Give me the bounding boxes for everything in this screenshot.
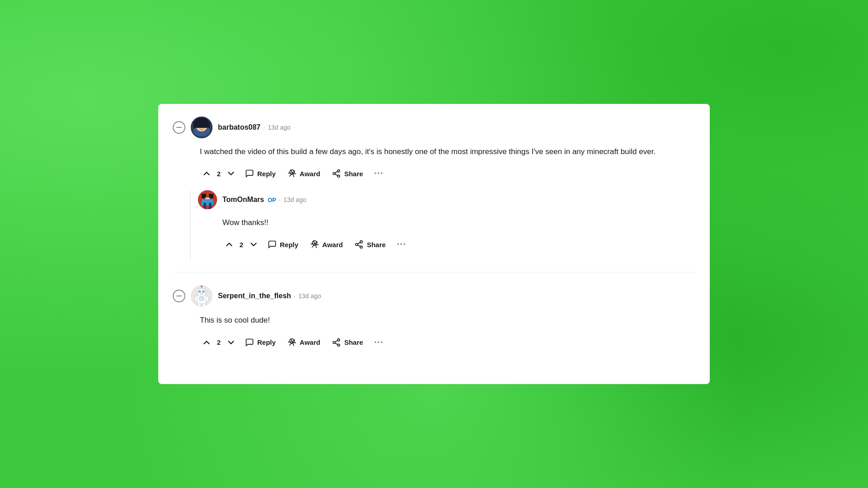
comment-block-1: barbatos087 · 13d ago I watched the vide…	[158, 104, 710, 261]
reply-award-button-1[interactable]: Award	[306, 237, 348, 252]
dot-2: ·	[294, 292, 296, 300]
svg-rect-39	[206, 296, 208, 301]
reply-share-button-1[interactable]: Share	[350, 237, 390, 252]
downvote-button-2[interactable]	[224, 336, 238, 349]
reply-award-label-1: Award	[322, 241, 343, 249]
upvote-button-1[interactable]	[200, 167, 213, 180]
username-1[interactable]: barbatos087	[218, 123, 260, 131]
comment-text-2: This is so cool dude!	[200, 314, 695, 326]
timestamp-1: 13d ago	[268, 124, 291, 131]
reply-block-1: TomOnMars OP · 13d ago Wow thanks!!	[198, 190, 695, 261]
svg-point-6	[198, 125, 201, 127]
svg-rect-18	[202, 199, 213, 206]
reply-button-1[interactable]: Reply	[241, 166, 280, 181]
more-options-button-1[interactable]: ···	[370, 166, 387, 181]
username-2[interactable]: Serpent_in_the_flesh	[218, 292, 291, 300]
svg-rect-17	[205, 197, 210, 199]
comment-header-2: Serpent_in_the_flesh · 13d ago	[173, 285, 695, 307]
award-label-1: Award	[300, 170, 321, 178]
svg-point-37	[201, 286, 203, 287]
reply-body-1: Wow thanks!! 2	[222, 216, 695, 252]
comment-actions-2: 2 Reply Award	[200, 335, 695, 350]
share-label-1: Share	[344, 170, 363, 178]
vote-count-1: 2	[216, 170, 222, 178]
comment-meta-2: Serpent_in_the_flesh · 13d ago	[218, 292, 321, 300]
reply-label-2: Reply	[257, 338, 276, 346]
svg-line-47	[335, 343, 338, 344]
svg-rect-42	[199, 297, 204, 300]
comments-panel: barbatos087 · 13d ago I watched the vide…	[158, 104, 710, 384]
reply-upvote-button-1[interactable]	[222, 238, 236, 251]
award-button-2[interactable]: Award	[283, 335, 325, 350]
reply-reply-label-1: Reply	[280, 241, 298, 249]
svg-rect-31	[198, 289, 205, 296]
vote-count-2: 2	[216, 338, 222, 346]
svg-rect-38	[195, 296, 198, 301]
reply-username-1[interactable]: TomOnMars	[222, 196, 264, 204]
reply-label-1: Reply	[257, 170, 276, 178]
comment-block-2: Serpent_in_the_flesh · 13d ago This is s…	[158, 272, 710, 350]
more-options-button-2[interactable]: ···	[370, 335, 387, 350]
award-button-1[interactable]: Award	[283, 166, 325, 181]
svg-line-12	[335, 174, 338, 175]
reply-actions-1: 2 Reply	[222, 237, 695, 252]
award-label-2: Award	[300, 338, 321, 346]
dot-1: ·	[263, 124, 265, 131]
avatar-barbatos087	[191, 117, 212, 138]
svg-line-26	[358, 243, 361, 244]
comment-meta-1: barbatos087 · 13d ago	[218, 123, 291, 131]
svg-point-7	[203, 125, 205, 127]
svg-line-48	[335, 340, 338, 342]
downvote-button-1[interactable]	[224, 167, 238, 180]
timestamp-2: 13d ago	[298, 292, 321, 300]
reply-reply-button-1[interactable]: Reply	[263, 237, 303, 252]
collapse-button-1[interactable]	[173, 121, 185, 134]
comment-actions-1: 2 Reply	[200, 166, 695, 181]
svg-rect-40	[198, 303, 201, 307]
share-button-2[interactable]: Share	[327, 335, 368, 350]
reply-more-options-1[interactable]: ···	[393, 237, 410, 252]
comment-body-2: This is so cool dude! 2	[200, 314, 695, 350]
svg-line-25	[358, 245, 361, 247]
reply-timestamp-1: 13d ago	[283, 196, 307, 203]
reply-meta-1: TomOnMars OP · 13d ago	[222, 196, 306, 204]
reply-text-1: Wow thanks!!	[222, 216, 695, 229]
comment-body-1: I watched the video of this build a few …	[200, 145, 695, 261]
svg-line-13	[335, 172, 338, 173]
reply-vote-count-1: 2	[239, 241, 244, 249]
svg-point-4	[195, 117, 208, 127]
reply-button-2[interactable]: Reply	[241, 335, 280, 350]
reply-share-label-1: Share	[367, 241, 386, 249]
svg-rect-19	[203, 203, 206, 209]
upvote-button-2[interactable]	[200, 336, 213, 349]
reply-header-1: TomOnMars OP · 13d ago	[198, 190, 695, 209]
svg-rect-5	[195, 119, 208, 124]
share-button-1[interactable]: Share	[327, 166, 368, 181]
share-label-2: Share	[344, 338, 363, 346]
svg-point-35	[203, 291, 204, 292]
reply-downvote-button-1[interactable]	[247, 238, 260, 251]
svg-rect-41	[203, 303, 205, 307]
collapse-button-2[interactable]	[173, 290, 185, 302]
comment-text-1: I watched the video of this build a few …	[200, 145, 695, 158]
reply-container-1: TomOnMars OP · 13d ago Wow thanks!!	[184, 190, 695, 261]
svg-rect-20	[209, 203, 212, 209]
reply-dot-1: ·	[279, 196, 281, 203]
op-badge-1: OP	[268, 197, 276, 203]
svg-point-34	[200, 291, 201, 292]
comment-header-1: barbatos087 · 13d ago	[173, 117, 695, 138]
